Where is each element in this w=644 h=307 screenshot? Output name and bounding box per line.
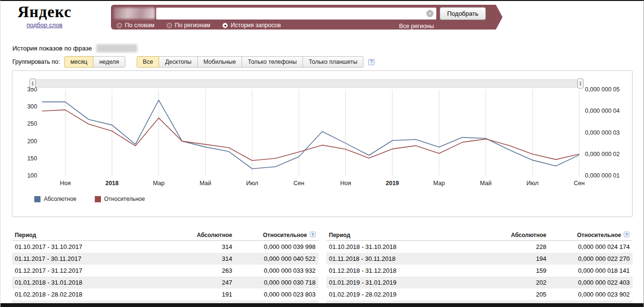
wordstat-link[interactable]: подбор слов [27,21,62,29]
series-line-right [42,110,579,160]
submit-button[interactable]: Подобрать [440,7,486,20]
cell-absolute: 263 [178,265,235,277]
x-axis-tick: Мар [153,180,165,187]
cell-period: 01.12.2017 - 31.12.2017 [12,265,178,277]
device-tab[interactable]: Мобильные [197,56,242,68]
slider-handle-right[interactable]: ∥ [577,79,584,89]
search-mode-label: История запросов [231,22,281,29]
x-axis-tick: Мар [433,180,445,187]
left-axis-tick: 100 [27,172,37,179]
search-input[interactable] [156,8,436,20]
device-tab[interactable]: Только планшеты [302,56,363,68]
legend-item: Абсолютное [34,196,77,202]
search-mode-option[interactable]: По регионам [167,22,210,29]
right-axis-tick: 0,000 000 03 [585,129,620,136]
search-bar-arrow [496,5,503,30]
left-axis-tick: 200 [27,138,37,145]
yandex-logo: Яндекс подбор слов [18,3,71,29]
group-tabs: месяцнеделя [64,56,125,68]
series-line-left [42,100,579,168]
table-row: 01.12.2017 - 31.12.20172630,000 000 033 … [12,265,319,277]
cell-relative: 0,000 000 022 270 [549,253,633,265]
cell-period: 01.02.2018 - 28.02.2018 [12,288,178,300]
cell-relative: 0,000 000 018 141 [549,265,633,277]
x-axis-tick: Сен [293,180,304,187]
radio-icon [167,23,172,28]
right-axis-tick: 0,000 000 01 [585,172,620,179]
cell-relative: 0,000 000 040 522 [235,253,319,265]
cell-period: 01.01.2019 - 31.01.2019 [326,277,493,288]
cell-absolute: 202 [492,277,549,288]
search-mode-selected[interactable]: История запросов [222,22,281,29]
table-row: 01.10.2017 - 31.10.20173140,000 000 039 … [12,241,319,253]
search-mode-label: По словам [125,22,154,29]
wordstat-page: Яндекс подбор слов × Подобрать По словам… [0,0,644,307]
help-icon[interactable]: ? [310,232,315,238]
cell-relative: 0,000 000 023 803 [235,288,319,300]
history-tables: ПериодАбсолютноеОтносительное?01.10.2017… [12,229,633,307]
chart-panel: ∥ ∥ 3503002502001501000,000 000 050,000 … [12,70,633,217]
legend-swatch [95,196,101,202]
cell-period: 01.12.2018 - 31.12.2018 [326,265,493,277]
redacted-query-chip [114,8,155,19]
clear-icon[interactable]: × [426,10,433,17]
table-row: 01.02.2018 - 28.02.20181910,000 000 023 … [12,288,319,300]
device-tab-active[interactable]: Все [137,56,160,68]
right-axis-tick: 0,000 000 04 [585,108,620,114]
search-mode-option[interactable]: По словам [117,22,154,29]
column-header-period: Период [12,229,178,241]
cell-period: 01.01.2018 - 31.01.2018 [12,277,178,288]
cell-relative: 0,000 000 033 932 [235,265,319,277]
group-tab-active[interactable]: месяц [64,56,94,68]
cell-period: 01.10.2018 - 31.10.2018 [326,241,493,253]
table-header-row: ПериодАбсолютноеОтносительное? [12,229,319,241]
cell-relative: 0,000 000 024 174 [549,241,633,253]
table-row: 01.02.2019 - 28.02.20192050,000 000 023 … [326,288,633,300]
x-axis-tick: Июл [526,180,538,187]
right-axis-tick: 0,000 000 05 [585,86,620,93]
yandex-logo-text[interactable]: Яндекс [18,3,71,21]
x-axis-tick: 2019 [386,180,399,187]
history-chart: 3503002502001501000,000 000 050,000 000 … [12,84,632,203]
left-axis-tick: 250 [27,120,37,127]
device-tab[interactable]: Десктопы [159,56,198,68]
slider-handle-left[interactable]: ∥ [30,79,36,89]
bottom-bar [0,303,644,307]
device-tabs: ВсеДесктопыМобильныеТолько телефоныТольк… [137,56,363,68]
table-row: 01.11.2018 - 30.11.20181940,000 000 022 … [326,253,633,265]
column-header-absolute: Абсолютное [492,229,549,241]
right-axis-tick: 0,000 000 02 [585,151,620,158]
search-mode-label: По регионам [175,22,210,29]
group-tab[interactable]: неделя [93,56,125,68]
cell-period: 01.11.2017 - 30.11.2017 [12,253,178,265]
x-axis-tick: Сен [574,180,585,187]
cell-absolute: 194 [492,253,549,265]
table-row: 01.11.2017 - 30.11.20173140,000 000 040 … [12,253,319,265]
controls-row: Группировать по: месяцнеделя ВсеДесктопы… [12,56,374,68]
table-row: 01.01.2019 - 31.01.20192020,000 000 022 … [326,277,633,288]
x-axis-tick: Ноя [340,180,351,187]
legend-label: Абсолютное [44,196,77,202]
radio-icon [222,23,228,28]
cell-relative: 0,000 000 022 403 [549,277,633,288]
radio-icon [117,23,122,28]
legend-swatch [34,196,40,202]
column-header-period: Период [326,229,493,241]
left-axis-tick: 300 [27,103,37,110]
table-row: 01.01.2018 - 31.01.20182470,000 000 030 … [12,277,319,288]
help-icon[interactable]: ? [368,59,374,65]
column-header-relative: Относительное? [549,229,633,241]
page-title: История показов по фразе [12,44,137,52]
table-row: 01.10.2018 - 31.10.20182280,000 000 024 … [326,241,633,253]
device-tab[interactable]: Только телефоны [242,56,303,68]
cell-absolute: 205 [492,288,549,300]
cell-relative: 0,000 000 030 718 [235,277,319,288]
regions-link[interactable]: Все регионы [399,23,434,30]
history-table-left: ПериодАбсолютноеОтносительное?01.10.2017… [12,229,319,307]
cell-period: 01.11.2018 - 30.11.2018 [326,253,493,265]
redacted-phrase [96,44,137,52]
cell-absolute: 191 [178,288,235,300]
cell-period: 01.10.2017 - 31.10.2017 [12,241,178,253]
group-by-label: Группировать по: [12,59,60,65]
help-icon[interactable]: ? [624,232,630,238]
